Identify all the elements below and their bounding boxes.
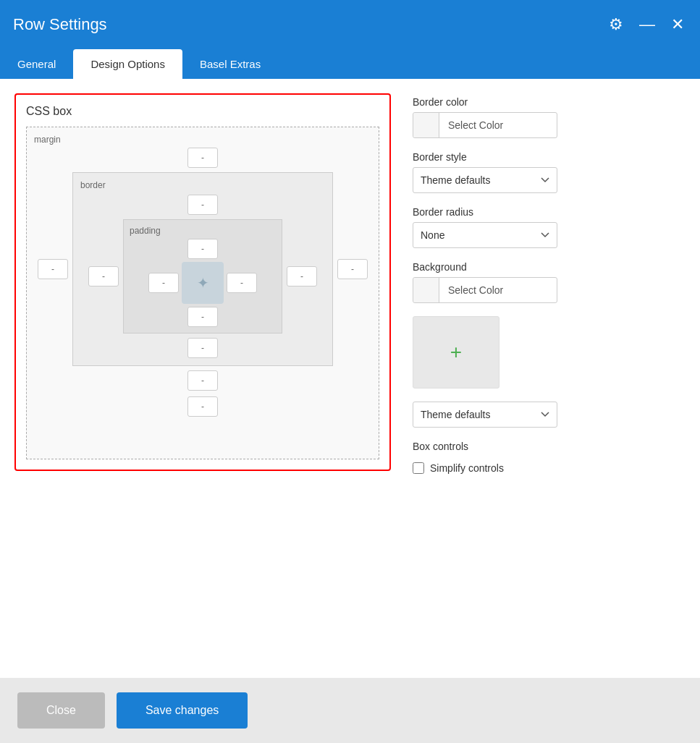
border-color-group: Border color Select Color xyxy=(413,96,686,138)
background-color-select-label: Select Color xyxy=(439,284,512,296)
box-controls-label: Box controls xyxy=(413,441,686,452)
border-bottom-row: - xyxy=(187,338,218,358)
css-box-diagram: margin - - border - xyxy=(26,127,379,459)
margin-outer-bottom-input[interactable]: - xyxy=(187,396,218,417)
border-color-swatch xyxy=(413,113,439,137)
border-radius-select[interactable]: None Small Medium Large Rounded xyxy=(413,222,557,248)
border-top-row: - xyxy=(187,195,218,215)
right-panel: Border color Select Color Border style T… xyxy=(413,93,686,663)
header-icons: ⚙ — ✕ xyxy=(606,14,687,35)
center-drag-element[interactable]: ✦ xyxy=(182,262,224,304)
padding-middle-row: - ✦ - xyxy=(130,262,276,304)
minimize-button[interactable]: — xyxy=(636,14,658,35)
border-style-select[interactable]: Theme defaults None Solid Dashed Dotted … xyxy=(413,167,557,193)
margin-bottom-input[interactable]: - xyxy=(187,370,218,391)
border-color-select-button[interactable]: Select Color xyxy=(413,112,557,138)
margin-bottom-outer-row: - xyxy=(187,396,218,417)
padding-bottom-input[interactable]: - xyxy=(187,307,218,327)
simplify-controls-checkbox[interactable] xyxy=(413,462,424,474)
close-button[interactable]: Close xyxy=(17,692,105,729)
background-label: Background xyxy=(413,261,686,273)
margin-bottom-row: - xyxy=(187,370,218,391)
border-right-input[interactable]: - xyxy=(287,266,317,286)
border-box: border - - padding xyxy=(72,172,333,366)
theme-defaults-select[interactable]: Theme defaults None Light Dark xyxy=(413,402,557,428)
background-color-select-button[interactable]: Select Color xyxy=(413,277,557,303)
plus-icon: + xyxy=(450,342,462,362)
margin-label: margin xyxy=(34,135,61,145)
margin-right-input[interactable]: - xyxy=(337,259,368,279)
gear-icon-button[interactable]: ⚙ xyxy=(606,14,626,35)
border-bottom-input[interactable]: - xyxy=(187,338,218,358)
simplify-controls-row: Simplify controls xyxy=(413,462,686,474)
header: Row Settings ⚙ — ✕ xyxy=(0,0,700,49)
padding-right-input[interactable]: - xyxy=(227,273,257,293)
footer: Close Save changes xyxy=(0,678,700,743)
padding-left-input[interactable]: - xyxy=(148,273,179,293)
tab-design-options[interactable]: Design Options xyxy=(73,49,182,79)
margin-top-input[interactable]: - xyxy=(187,148,218,168)
simplify-controls-label: Simplify controls xyxy=(430,462,504,474)
padding-label: padding xyxy=(130,226,161,236)
close-button[interactable]: ✕ xyxy=(668,14,687,35)
border-left-input[interactable]: - xyxy=(88,266,119,286)
css-box-title: CSS box xyxy=(26,105,379,118)
tabs-bar: General Design Options Basel Extras xyxy=(0,49,700,79)
image-placeholder[interactable]: + xyxy=(413,316,499,389)
padding-bottom-row: - xyxy=(187,307,218,327)
border-color-select-label: Select Color xyxy=(439,119,512,131)
border-style-group: Border style Theme defaults None Solid D… xyxy=(413,151,686,193)
tab-general[interactable]: General xyxy=(0,49,73,79)
border-radius-label: Border radius xyxy=(413,206,686,218)
tab-basel-extras[interactable]: Basel Extras xyxy=(182,49,278,79)
margin-middle-row: - border - - padding xyxy=(34,172,371,366)
border-middle-row: - padding - - xyxy=(80,219,325,334)
main-content: CSS box margin - - border xyxy=(0,79,700,678)
box-controls-section: Box controls Simplify controls xyxy=(413,441,686,474)
border-top-input[interactable]: - xyxy=(187,195,218,215)
padding-top-input[interactable]: - xyxy=(187,239,218,259)
padding-box: padding - - ✦ xyxy=(123,219,282,334)
border-color-label: Border color xyxy=(413,96,686,108)
page-title: Row Settings xyxy=(13,15,107,34)
left-panel: CSS box margin - - border xyxy=(14,93,391,663)
padding-top-row: - xyxy=(187,239,218,259)
drag-icon: ✦ xyxy=(197,274,209,292)
background-color-swatch xyxy=(413,278,439,302)
css-box-container: CSS box margin - - border xyxy=(14,93,391,471)
border-style-label: Border style xyxy=(413,151,686,163)
background-group: Background Select Color xyxy=(413,261,686,303)
margin-top-row: - xyxy=(187,148,218,168)
save-changes-button[interactable]: Save changes xyxy=(117,692,248,729)
margin-left-input[interactable]: - xyxy=(38,259,68,279)
border-label: border xyxy=(80,180,106,190)
border-radius-group: Border radius None Small Medium Large Ro… xyxy=(413,206,686,248)
